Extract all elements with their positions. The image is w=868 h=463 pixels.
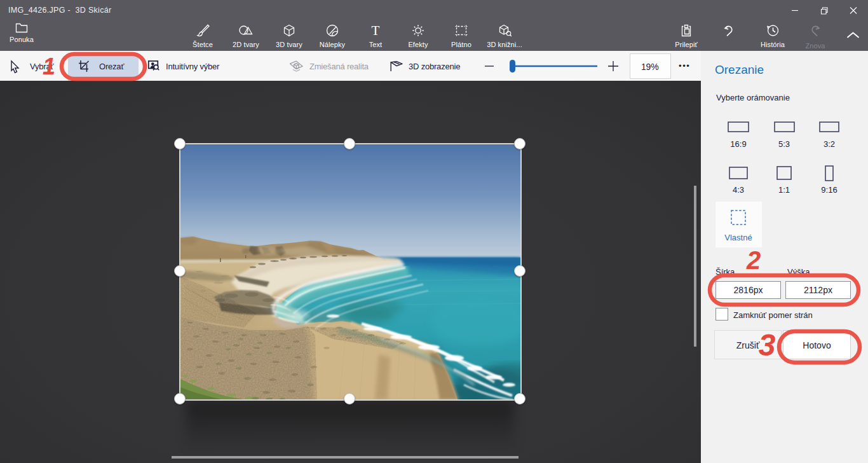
svg-text:3: 3 [759, 328, 776, 362]
svg-text:1: 1 [43, 53, 55, 79]
svg-text:2: 2 [746, 246, 761, 274]
